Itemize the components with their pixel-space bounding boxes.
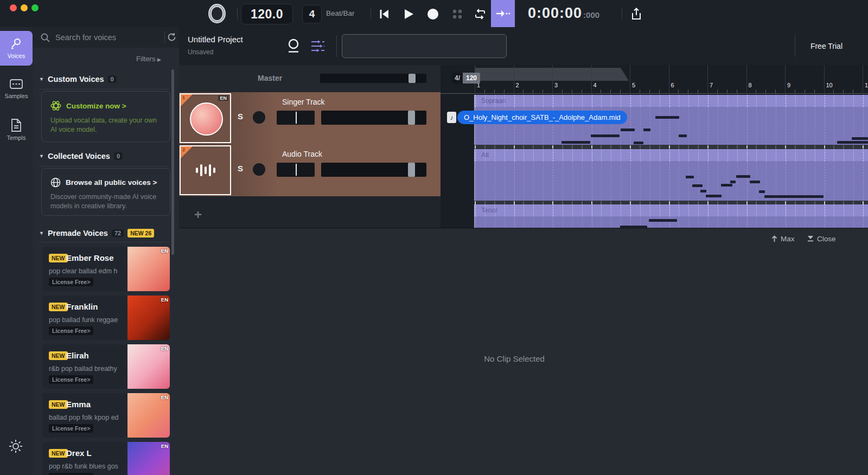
beat-line [747, 161, 748, 201]
time-display[interactable]: 0:00:00 :000 [528, 5, 599, 22]
track-row-audio[interactable]: 2 Audio Track S [179, 144, 441, 196]
free-trial-button[interactable]: Free Trial [810, 42, 843, 50]
beat-line [640, 149, 641, 161]
window-close-button[interactable] [10, 4, 17, 11]
solo-button[interactable]: S [238, 112, 243, 121]
beats-per-bar-display[interactable]: 4 [302, 5, 322, 23]
add-track-button[interactable]: + [194, 207, 202, 222]
window-zoom-button[interactable] [31, 4, 39, 11]
tempo-marker[interactable]: 4/ 120 [452, 73, 480, 84]
skip-to-start-button[interactable] [377, 7, 391, 21]
pan-slider[interactable] [277, 111, 315, 125]
voice-photo: EN [127, 442, 170, 475]
clip-lane-body-tenor[interactable] [474, 216, 868, 228]
audio-track-card[interactable]: 2 [180, 145, 231, 195]
beat-line [853, 161, 854, 201]
license-badge[interactable]: License Free> [49, 473, 93, 475]
close-panel-button[interactable]: Close [807, 235, 836, 243]
beat-line [795, 107, 796, 145]
header-text-input[interactable] [342, 34, 507, 58]
beat-line [611, 95, 611, 107]
license-badge[interactable]: License Free> [49, 326, 93, 335]
voice-card-drex-l[interactable]: NEWDrex Lpop r&b funk blues gosLicense F… [42, 442, 170, 475]
track-row-singer[interactable]: 1 EN Singer Track S [179, 92, 441, 144]
beat-line [756, 149, 757, 161]
metronome-grid-icon[interactable] [450, 7, 464, 21]
loop-region[interactable] [475, 68, 629, 81]
license-badge[interactable]: License Free> [49, 424, 93, 433]
refresh-icon[interactable] [167, 33, 176, 42]
share-export-button[interactable] [629, 7, 643, 21]
master-volume-handle[interactable] [409, 74, 416, 83]
beat-line [747, 216, 748, 228]
voices-scrollbar[interactable] [171, 69, 174, 255]
browse-public-voices-card[interactable]: Browse all public voices > Discover comm… [41, 168, 170, 216]
beat-line [815, 149, 815, 161]
window-minimize-button[interactable] [21, 4, 28, 11]
settings-gear-icon[interactable] [8, 438, 24, 454]
track-volume-handle[interactable] [408, 163, 415, 177]
master-volume-slider[interactable] [320, 74, 426, 83]
record-button[interactable] [426, 7, 440, 21]
beat-line [688, 204, 689, 216]
bar-number: 11 [865, 82, 868, 88]
beat-line [698, 204, 699, 216]
track-volume-slider[interactable] [321, 163, 426, 177]
beat-line [572, 216, 573, 228]
tab-templates[interactable]: Templs [0, 118, 33, 141]
voice-card-ember-rose[interactable]: NEWEmber Rosepop clear ballad edm hLicen… [42, 247, 170, 291]
license-badge[interactable]: License Free> [49, 375, 93, 384]
track-volume-slider[interactable] [321, 111, 426, 125]
loop-button[interactable] [473, 7, 487, 21]
voice-card-elirah[interactable]: NEWElirahr&b pop ballad breathyLicense F… [42, 344, 170, 389]
solo-button[interactable]: S [238, 164, 243, 173]
voice-search-input[interactable] [54, 33, 162, 42]
tempo-display[interactable]: 120.0 [241, 4, 293, 24]
vocal-mode-icon[interactable] [286, 38, 301, 54]
midi-file-pill[interactable]: O_Holy_Night_choir_SATB_-_Adolphe_Adam.m… [457, 111, 627, 124]
arrangement-timeline[interactable]: 1234567891011 4/ 120 SopraanAltTenor ♪ O… [441, 65, 868, 228]
master-label: Master [258, 74, 282, 82]
beat-line [601, 161, 602, 201]
voice-card-franklin[interactable]: NEWFranklinpop ballad funk reggaeLicense… [42, 296, 170, 340]
voice-tags: pop clear ballad edm h [49, 267, 122, 275]
clip-lane-header-sopraan[interactable]: Sopraan [474, 95, 868, 107]
tab-samples[interactable]: Samples [0, 78, 33, 99]
track-name: Singer Track [282, 98, 325, 106]
maximize-panel-button[interactable]: Max [771, 235, 795, 243]
mixer-settings-icon[interactable] [310, 39, 326, 53]
voice-card-emma[interactable]: NEWEmmaballad pop folk kpop edLicense Fr… [42, 393, 170, 438]
track-volume-handle[interactable] [408, 111, 415, 125]
play-button[interactable] [401, 7, 416, 21]
follow-playhead-button[interactable] [491, 0, 515, 27]
section-custom-voices[interactable]: ▼ Custom Voices 0 [39, 75, 117, 84]
record-arm-button[interactable] [253, 163, 265, 176]
singer-track-card[interactable]: 1 EN [180, 93, 231, 143]
gap-tick [610, 201, 611, 204]
section-premade-voices[interactable]: ▼ Premade Voices 72 NEW 26 [39, 229, 154, 238]
beat-tick [814, 89, 815, 93]
beat-line [756, 204, 757, 216]
license-badge[interactable]: License Free> [49, 278, 93, 286]
section-collected-voices[interactable]: ▼ Collected Voices 0 [39, 152, 123, 161]
clip-lane-header-alt[interactable]: Alt [474, 149, 868, 161]
pan-slider[interactable] [277, 163, 315, 177]
voice-name: Emma [66, 400, 91, 409]
customize-voice-card[interactable]: Customize now > Upload vocal data, creat… [41, 91, 170, 142]
gap-tick [707, 145, 709, 149]
beat-line [815, 204, 815, 216]
midi-note [759, 190, 765, 193]
beat-line [669, 161, 670, 201]
beat-line [533, 149, 534, 161]
beat-bar-label: Beat/Bar [326, 9, 355, 17]
clip-lane-header-tenor[interactable]: Tenor [474, 204, 868, 216]
time-signature-tag: 4/ [452, 73, 463, 84]
record-arm-button[interactable] [253, 111, 265, 124]
filters-button[interactable]: Filters ▶ [136, 55, 161, 63]
beat-line [543, 161, 544, 201]
beat-line [592, 149, 592, 161]
bar-grid-line [514, 65, 514, 93]
beat-line [572, 95, 573, 107]
beat-tick [494, 89, 495, 93]
tab-voices[interactable]: Voices [0, 31, 33, 66]
